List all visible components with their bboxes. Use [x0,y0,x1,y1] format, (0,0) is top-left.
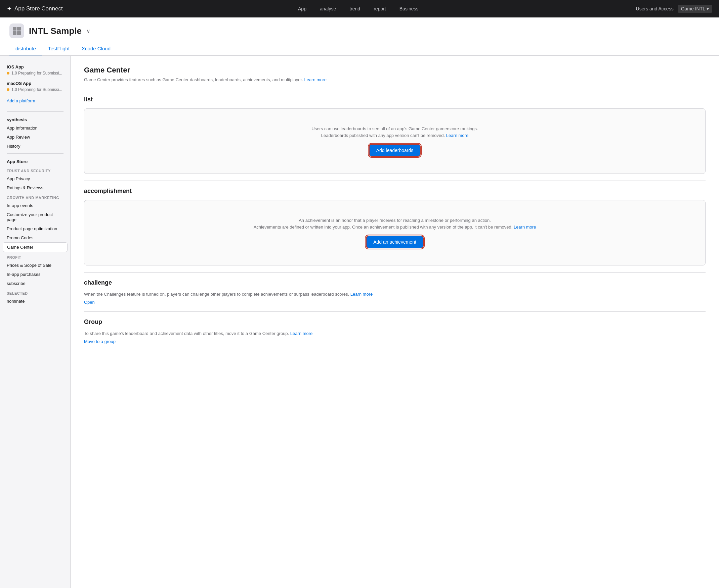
sidebar-appstore-header: App Store [0,156,70,165]
accomplishment-empty-text: An achievement is an honor that a player… [91,217,699,230]
app-name: INTL Sample [29,26,82,36]
sidebar-macos-platform: macOS App 1.0 Preparing for Submissi... [0,79,70,94]
list-section-title: list [84,96,705,103]
svg-rect-1 [17,27,21,30]
game-intl-dropdown[interactable]: Game INTL ▾ [678,5,712,13]
sidebar-ios-platform: iOS App 1.0 Preparing for Submissi... [0,62,70,78]
macos-status-dot [7,88,9,91]
top-navigation: ✦ App Store Connect App analyse trend re… [0,0,719,18]
svg-rect-0 [13,27,17,30]
list-empty-text: Users can use leaderboards to see all of… [91,126,699,139]
accomplishment-empty-text-1: An achievement is an honor that a player… [299,218,491,223]
main-layout: iOS App 1.0 Preparing for Submissi... ma… [0,56,719,588]
sidebar-macos-section: macOS App 1.0 Preparing for Submissi... [0,79,70,94]
group-text: To share this game's leaderboard and ach… [84,331,705,336]
group-text-content: To share this game's leaderboard and ach… [84,331,289,336]
nav-trend[interactable]: trend [349,6,360,12]
move-to-group-link[interactable]: Move to a group [84,339,116,344]
challenge-text-content: When the Challenges feature is turned on… [84,292,349,297]
nav-analyse[interactable]: analyse [320,6,336,12]
divider-after-list [84,181,705,181]
sidebar-item-game-center[interactable]: Game Center [3,242,67,252]
challenge-open-link[interactable]: Open [84,300,95,305]
page-subtitle: Game Center provides features such as Ga… [84,77,705,82]
sidebar-item-promo-codes[interactable]: Promo Codes [0,233,70,242]
page-subtitle-learn-more[interactable]: Learn more [304,77,326,82]
nav-app[interactable]: App [298,6,306,12]
challenge-text: When the Challenges feature is turned on… [84,292,705,297]
list-learn-more-link[interactable]: Learn more [446,133,468,138]
sidebar-synthesis-header: synthesis [0,114,70,124]
sidebar-item-subscribe[interactable]: subscribe [0,279,70,288]
growth-marketing-label: GROWTH AND MARKETING [0,192,70,201]
sidebar-item-in-app-purchases[interactable]: In-app purchases [0,270,70,279]
sidebar-item-app-information[interactable]: App Information [0,124,70,132]
sidebar: iOS App 1.0 Preparing for Submissi... ma… [0,56,71,588]
list-empty-box: Users can use leaderboards to see all of… [84,108,705,174]
tab-xcode-cloud[interactable]: Xcode Cloud [76,43,117,55]
sidebar-item-in-app-events[interactable]: In-app events [0,201,70,210]
ios-platform-name: iOS App [7,64,63,69]
nav-report[interactable]: report [374,6,386,12]
divider-after-challenge [84,312,705,312]
sub-tabs: distribute TestFlight Xcode Cloud [9,43,710,55]
sidebar-item-app-review[interactable]: App Review [0,132,70,142]
app-header-top: INTL Sample ∨ [9,23,710,38]
add-achievement-button[interactable]: Add an achievement [366,236,424,248]
sidebar-item-nominate[interactable]: nominate [0,297,70,306]
tab-testflight[interactable]: TestFlight [42,43,76,55]
trust-security-label: TRUST AND SECURITY [0,165,70,174]
profit-label: PROFIT [0,252,70,261]
brand-icon: ✦ [7,5,12,13]
main-content: Game Center Game Center provides feature… [71,56,719,588]
add-leaderboards-button[interactable]: Add leaderboards [369,144,421,157]
brand-logo[interactable]: ✦ App Store Connect [7,5,81,13]
nav-business[interactable]: Business [399,6,419,12]
accomplishment-empty-box: An achievement is an honor that a player… [84,200,705,266]
svg-rect-3 [17,31,21,35]
app-icon [9,23,24,38]
accomplishment-learn-more-link[interactable]: Learn more [514,225,536,230]
game-intl-chevron: ▾ [706,6,709,12]
macos-version-text: 1.0 Preparing for Submissi... [12,87,62,92]
sidebar-item-ratings-reviews[interactable]: Ratings & Reviews [0,183,70,192]
ios-version-text: 1.0 Preparing for Submissi... [12,71,62,76]
game-intl-label: Game INTL [681,6,705,12]
group-section-title: Group [84,318,705,326]
svg-rect-2 [13,31,17,35]
challenge-learn-more-link[interactable]: Learn more [351,292,373,297]
page-subtitle-text: Game Center provides features such as Ga… [84,77,303,82]
brand-name: App Store Connect [15,5,63,12]
accomplishment-section-title: accomplishment [84,188,705,195]
sidebar-divider-2 [7,153,63,154]
list-empty-text-2: Leaderboards published with any app vers… [321,133,445,138]
sidebar-ios-section: iOS App 1.0 Preparing for Submissi... [0,62,70,78]
accomplishment-empty-text-2: Achievements are defined or written into… [254,225,513,230]
page-title: Game Center [84,66,705,75]
group-learn-more-link[interactable]: Learn more [290,331,313,336]
top-nav-right: Users and Access Game INTL ▾ [636,5,712,13]
users-access-link[interactable]: Users and Access [636,6,674,12]
list-empty-text-1: Users can use leaderboards to see all of… [312,126,478,131]
divider-after-accomplishment [84,272,705,273]
sidebar-item-prices-scope[interactable]: Prices & Scope of Sale [0,261,70,270]
add-platform-link[interactable]: Add a platform [7,98,35,103]
macos-platform-version[interactable]: 1.0 Preparing for Submissi... [7,87,63,92]
app-name-chevron[interactable]: ∨ [86,28,91,34]
sidebar-item-product-page-opt[interactable]: Product page optimization [0,224,70,233]
sidebar-divider-1 [7,111,63,112]
app-header: INTL Sample ∨ distribute TestFlight Xcod… [0,18,719,56]
challenge-section-title: challenge [84,279,705,286]
sidebar-item-app-privacy[interactable]: App Privacy [0,174,70,183]
macos-platform-name: macOS App [7,81,63,86]
top-nav-links: App analyse trend report Business [81,6,636,12]
ios-status-dot [7,72,9,75]
add-platform-section: Add a platform [0,95,70,109]
selected-label: SELECTED [0,288,70,297]
sidebar-item-customize-product[interactable]: Customize your product page [0,210,70,224]
divider-after-title [84,89,705,89]
tab-distribute[interactable]: distribute [9,43,42,55]
sidebar-item-history[interactable]: History [0,142,70,151]
ios-platform-version[interactable]: 1.0 Preparing for Submissi... [7,71,63,76]
